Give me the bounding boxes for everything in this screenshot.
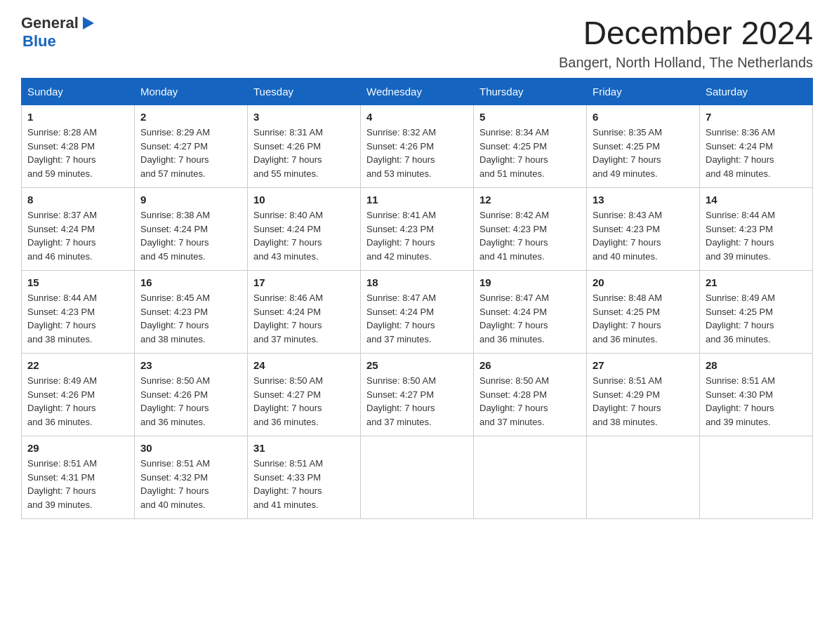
calendar-cell: 6 Sunrise: 8:35 AMSunset: 4:25 PMDayligh… bbox=[587, 105, 700, 188]
calendar-cell: 5 Sunrise: 8:34 AMSunset: 4:25 PMDayligh… bbox=[474, 105, 587, 188]
day-number: 24 bbox=[253, 359, 355, 371]
day-info: Sunrise: 8:48 AMSunset: 4:25 PMDaylight:… bbox=[593, 291, 694, 346]
day-info: Sunrise: 8:40 AMSunset: 4:24 PMDaylight:… bbox=[253, 208, 355, 263]
day-number: 15 bbox=[27, 276, 128, 288]
day-number: 1 bbox=[27, 111, 128, 123]
location-subtitle: Bangert, North Holland, The Netherlands bbox=[559, 55, 813, 71]
calendar-cell: 9 Sunrise: 8:38 AMSunset: 4:24 PMDayligh… bbox=[135, 188, 248, 271]
calendar-cell: 26 Sunrise: 8:50 AMSunset: 4:28 PMDaylig… bbox=[474, 354, 587, 436]
calendar-cell: 20 Sunrise: 8:48 AMSunset: 4:25 PMDaylig… bbox=[587, 271, 700, 354]
logo-triangle-icon bbox=[80, 15, 95, 31]
calendar-cell: 22 Sunrise: 8:49 AMSunset: 4:26 PMDaylig… bbox=[22, 354, 135, 436]
day-number: 20 bbox=[593, 276, 694, 288]
day-number: 5 bbox=[479, 111, 581, 123]
page-header: General Blue December 2024 Bangert, Nort… bbox=[21, 14, 813, 71]
day-info: Sunrise: 8:37 AMSunset: 4:24 PMDaylight:… bbox=[27, 208, 128, 263]
calendar-cell: 21 Sunrise: 8:49 AMSunset: 4:25 PMDaylig… bbox=[700, 271, 813, 354]
day-info: Sunrise: 8:51 AMSunset: 4:33 PMDaylight:… bbox=[253, 457, 355, 511]
day-info: Sunrise: 8:43 AMSunset: 4:23 PMDaylight:… bbox=[593, 208, 694, 263]
day-number: 3 bbox=[253, 111, 355, 123]
day-info: Sunrise: 8:51 AMSunset: 4:32 PMDaylight:… bbox=[140, 457, 241, 511]
day-info: Sunrise: 8:45 AMSunset: 4:23 PMDaylight:… bbox=[140, 291, 241, 346]
title-block: December 2024 Bangert, North Holland, Th… bbox=[559, 14, 813, 71]
day-info: Sunrise: 8:49 AMSunset: 4:26 PMDaylight:… bbox=[27, 374, 128, 429]
day-info: Sunrise: 8:35 AMSunset: 4:25 PMDaylight:… bbox=[593, 126, 694, 180]
day-info: Sunrise: 8:44 AMSunset: 4:23 PMDaylight:… bbox=[27, 291, 128, 346]
day-info: Sunrise: 8:51 AMSunset: 4:31 PMDaylight:… bbox=[27, 457, 128, 511]
calendar-cell: 15 Sunrise: 8:44 AMSunset: 4:23 PMDaylig… bbox=[22, 271, 135, 354]
calendar-cell bbox=[587, 436, 700, 519]
day-number: 10 bbox=[253, 194, 355, 206]
day-number: 17 bbox=[253, 276, 355, 288]
day-number: 30 bbox=[140, 442, 241, 454]
weekday-header-sunday: Sunday bbox=[22, 79, 135, 105]
day-info: Sunrise: 8:38 AMSunset: 4:24 PMDaylight:… bbox=[140, 208, 241, 263]
calendar-cell: 10 Sunrise: 8:40 AMSunset: 4:24 PMDaylig… bbox=[248, 188, 361, 271]
calendar-cell: 1 Sunrise: 8:28 AMSunset: 4:28 PMDayligh… bbox=[22, 105, 135, 188]
weekday-header-wednesday: Wednesday bbox=[361, 79, 474, 105]
calendar-table: SundayMondayTuesdayWednesdayThursdayFrid… bbox=[21, 78, 813, 519]
day-number: 6 bbox=[593, 111, 694, 123]
day-info: Sunrise: 8:29 AMSunset: 4:27 PMDaylight:… bbox=[140, 126, 241, 180]
day-number: 9 bbox=[140, 194, 241, 206]
day-info: Sunrise: 8:49 AMSunset: 4:25 PMDaylight:… bbox=[706, 291, 807, 346]
day-info: Sunrise: 8:50 AMSunset: 4:28 PMDaylight:… bbox=[479, 374, 581, 429]
calendar-cell: 23 Sunrise: 8:50 AMSunset: 4:26 PMDaylig… bbox=[135, 354, 248, 436]
calendar-cell: 28 Sunrise: 8:51 AMSunset: 4:30 PMDaylig… bbox=[700, 354, 813, 436]
calendar-week-row: 1 Sunrise: 8:28 AMSunset: 4:28 PMDayligh… bbox=[22, 105, 813, 188]
calendar-week-row: 15 Sunrise: 8:44 AMSunset: 4:23 PMDaylig… bbox=[22, 271, 813, 354]
weekday-header-monday: Monday bbox=[135, 79, 248, 105]
calendar-cell: 19 Sunrise: 8:47 AMSunset: 4:24 PMDaylig… bbox=[474, 271, 587, 354]
calendar-cell: 31 Sunrise: 8:51 AMSunset: 4:33 PMDaylig… bbox=[248, 436, 361, 519]
day-info: Sunrise: 8:41 AMSunset: 4:23 PMDaylight:… bbox=[366, 208, 468, 263]
day-info: Sunrise: 8:36 AMSunset: 4:24 PMDaylight:… bbox=[706, 126, 807, 180]
calendar-cell: 17 Sunrise: 8:46 AMSunset: 4:24 PMDaylig… bbox=[248, 271, 361, 354]
calendar-cell: 7 Sunrise: 8:36 AMSunset: 4:24 PMDayligh… bbox=[700, 105, 813, 188]
day-info: Sunrise: 8:28 AMSunset: 4:28 PMDaylight:… bbox=[27, 126, 128, 180]
calendar-cell bbox=[700, 436, 813, 519]
day-number: 28 bbox=[706, 359, 807, 371]
calendar-cell: 29 Sunrise: 8:51 AMSunset: 4:31 PMDaylig… bbox=[22, 436, 135, 519]
day-info: Sunrise: 8:51 AMSunset: 4:30 PMDaylight:… bbox=[706, 374, 807, 429]
day-number: 2 bbox=[140, 111, 241, 123]
day-number: 13 bbox=[593, 194, 694, 206]
weekday-header-row: SundayMondayTuesdayWednesdayThursdayFrid… bbox=[22, 79, 813, 105]
day-number: 29 bbox=[27, 442, 128, 454]
day-info: Sunrise: 8:31 AMSunset: 4:26 PMDaylight:… bbox=[253, 126, 355, 180]
day-info: Sunrise: 8:42 AMSunset: 4:23 PMDaylight:… bbox=[479, 208, 581, 263]
day-number: 26 bbox=[479, 359, 581, 371]
day-info: Sunrise: 8:50 AMSunset: 4:26 PMDaylight:… bbox=[140, 374, 241, 429]
day-number: 16 bbox=[140, 276, 241, 288]
calendar-cell: 18 Sunrise: 8:47 AMSunset: 4:24 PMDaylig… bbox=[361, 271, 474, 354]
calendar-week-row: 8 Sunrise: 8:37 AMSunset: 4:24 PMDayligh… bbox=[22, 188, 813, 271]
day-info: Sunrise: 8:34 AMSunset: 4:25 PMDaylight:… bbox=[479, 126, 581, 180]
calendar-cell: 12 Sunrise: 8:42 AMSunset: 4:23 PMDaylig… bbox=[474, 188, 587, 271]
day-number: 18 bbox=[366, 276, 468, 288]
calendar-week-row: 22 Sunrise: 8:49 AMSunset: 4:26 PMDaylig… bbox=[22, 354, 813, 436]
day-number: 4 bbox=[366, 111, 468, 123]
day-number: 8 bbox=[27, 194, 128, 206]
day-info: Sunrise: 8:32 AMSunset: 4:26 PMDaylight:… bbox=[366, 126, 468, 180]
day-number: 23 bbox=[140, 359, 241, 371]
day-info: Sunrise: 8:47 AMSunset: 4:24 PMDaylight:… bbox=[366, 291, 468, 346]
calendar-cell: 13 Sunrise: 8:43 AMSunset: 4:23 PMDaylig… bbox=[587, 188, 700, 271]
day-info: Sunrise: 8:51 AMSunset: 4:29 PMDaylight:… bbox=[593, 374, 694, 429]
day-info: Sunrise: 8:44 AMSunset: 4:23 PMDaylight:… bbox=[706, 208, 807, 263]
calendar-cell: 11 Sunrise: 8:41 AMSunset: 4:23 PMDaylig… bbox=[361, 188, 474, 271]
calendar-cell: 16 Sunrise: 8:45 AMSunset: 4:23 PMDaylig… bbox=[135, 271, 248, 354]
calendar-cell: 27 Sunrise: 8:51 AMSunset: 4:29 PMDaylig… bbox=[587, 354, 700, 436]
day-number: 27 bbox=[593, 359, 694, 371]
calendar-cell: 24 Sunrise: 8:50 AMSunset: 4:27 PMDaylig… bbox=[248, 354, 361, 436]
logo-general-text: General bbox=[21, 14, 79, 32]
weekday-header-friday: Friday bbox=[587, 79, 700, 105]
day-info: Sunrise: 8:47 AMSunset: 4:24 PMDaylight:… bbox=[479, 291, 581, 346]
day-number: 19 bbox=[479, 276, 581, 288]
calendar-cell: 3 Sunrise: 8:31 AMSunset: 4:26 PMDayligh… bbox=[248, 105, 361, 188]
calendar-cell bbox=[361, 436, 474, 519]
month-year-title: December 2024 bbox=[559, 14, 813, 52]
day-number: 22 bbox=[27, 359, 128, 371]
day-info: Sunrise: 8:46 AMSunset: 4:24 PMDaylight:… bbox=[253, 291, 355, 346]
day-info: Sunrise: 8:50 AMSunset: 4:27 PMDaylight:… bbox=[253, 374, 355, 429]
weekday-header-thursday: Thursday bbox=[474, 79, 587, 105]
day-number: 11 bbox=[366, 194, 468, 206]
